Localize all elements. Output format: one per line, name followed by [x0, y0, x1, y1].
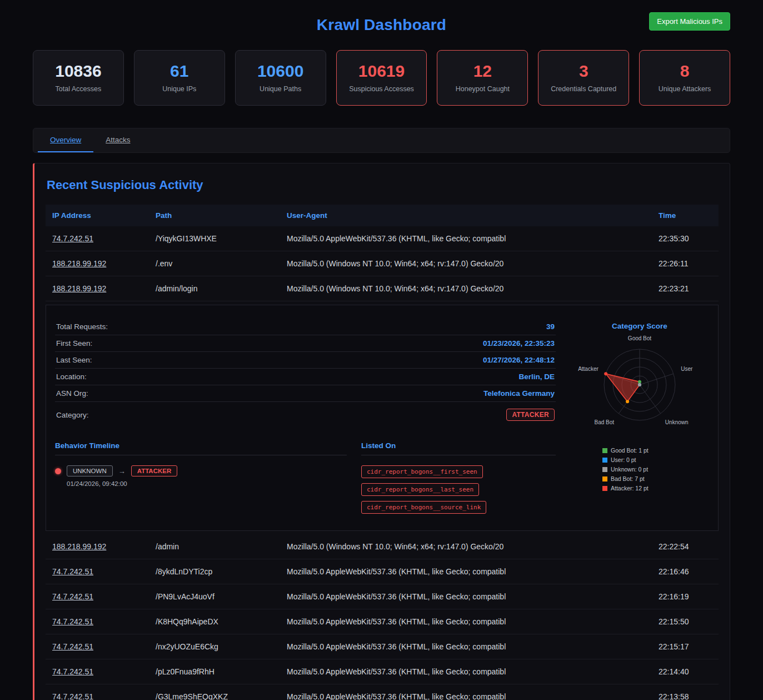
col-header-ip: IP Address	[46, 205, 149, 226]
listed-on-heading: Listed On	[361, 441, 556, 455]
legend-swatch	[602, 458, 607, 463]
ip-detail-panel: Total Requests:39First Seen:01/23/2026, …	[46, 305, 719, 531]
time-cell: 22:22:54	[652, 534, 719, 559]
legend-swatch	[602, 467, 607, 472]
col-header-user-agent: User-Agent	[280, 205, 652, 226]
stat-card: 8Unique Attackers	[639, 50, 730, 106]
legend-item: User: 0 pt	[602, 456, 709, 463]
user-agent-cell: Mozilla/5.0 AppleWebKit/537.36 (KHTML, l…	[280, 559, 652, 584]
ip-link[interactable]: 188.218.99.192	[52, 284, 106, 293]
radar-axis-label: Attacker	[578, 366, 599, 372]
ip-link[interactable]: 74.7.242.51	[52, 567, 93, 576]
field-label: First Seen:	[56, 339, 92, 347]
legend-label: Attacker: 12 pt	[611, 485, 649, 492]
user-agent-cell: Mozilla/5.0 (Windows NT 10.0; Win64; x64…	[280, 276, 652, 301]
table-row[interactable]: 188.218.99.192/adminMozilla/5.0 (Windows…	[46, 534, 719, 559]
field-label: Total Requests:	[56, 322, 108, 331]
tab-overview[interactable]: Overview	[38, 128, 93, 152]
header: Krawl Dashboard Export Malicious IPs	[33, 0, 730, 50]
path-cell: /K8HQq9hAipeDX	[149, 609, 280, 634]
krawl-dashboard-page: Krawl Dashboard Export Malicious IPs 108…	[0, 0, 763, 700]
listed-on-badge[interactable]: cidr_report_bogons__last_seen	[361, 483, 479, 496]
stat-card: 61Unique IPs	[134, 50, 225, 106]
radar-chart-title: Category Score	[570, 322, 709, 330]
tab-overview-label: Overview	[50, 136, 81, 144]
stat-label: Credentials Captured	[543, 85, 624, 93]
detail-sub-columns: Behavior Timeline UNKNOWN → ATTACKER 01/…	[55, 441, 556, 514]
path-cell: /pLz0Fnua9fRhH	[149, 659, 280, 684]
table-row[interactable]: 74.7.242.51/PN9LvAcJ4uoVfMozilla/5.0 App…	[46, 584, 719, 609]
category-status-badge: ATTACKER	[506, 409, 555, 421]
time-cell: 22:26:11	[652, 251, 719, 276]
path-cell: /G3Lme9ShEQgXKZ	[149, 684, 280, 700]
table-row[interactable]: 74.7.242.51/G3Lme9ShEQgXKZMozilla/5.0 Ap…	[46, 684, 719, 700]
time-cell: 22:15:50	[652, 609, 719, 634]
ip-cell: 74.7.242.51	[46, 559, 149, 584]
legend-label: Bad Bot: 7 pt	[611, 475, 645, 482]
stat-card: 10836Total Accesses	[33, 50, 124, 106]
tab-attacks[interactable]: Attacks	[93, 128, 142, 152]
table-header-row: IP Address Path User-Agent Time	[46, 205, 719, 226]
table-row[interactable]: 74.7.242.51/nx2yUOZuE6CkgMozilla/5.0 App…	[46, 634, 719, 659]
field-label: Location:	[56, 373, 87, 381]
category-label: Category:	[56, 411, 89, 419]
radar-axis-label: Bad Bot	[595, 419, 615, 425]
behavior-timeline-section: Behavior Timeline UNKNOWN → ATTACKER 01/…	[55, 441, 347, 514]
ip-link[interactable]: 74.7.242.51	[52, 692, 93, 700]
ip-link[interactable]: 74.7.242.51	[52, 592, 93, 601]
field-label: Last Seen:	[56, 356, 92, 364]
ip-link[interactable]: 74.7.242.51	[52, 234, 93, 243]
stat-value: 3	[543, 62, 624, 81]
table-row[interactable]: 74.7.242.51/pLz0Fnua9fRhHMozilla/5.0 App…	[46, 659, 719, 684]
stat-value: 8	[644, 62, 725, 81]
time-cell: 22:13:58	[652, 684, 719, 700]
detail-field-row: Last Seen:01/27/2026, 22:48:12	[55, 352, 556, 369]
listed-on-badge[interactable]: cidr_report_bogons__first_seen	[361, 465, 483, 478]
col-header-time: Time	[652, 205, 719, 226]
rows-after: 188.218.99.192/adminMozilla/5.0 (Windows…	[46, 534, 719, 700]
behavior-timeline-heading: Behavior Timeline	[55, 441, 347, 455]
table-row[interactable]: 74.7.242.51/8ykdLnDYTi2cpMozilla/5.0 App…	[46, 559, 719, 584]
legend-swatch	[602, 476, 607, 481]
legend-swatch	[602, 486, 607, 491]
panel-title: Recent Suspicious Activity	[47, 178, 719, 192]
stat-label: Total Accesses	[38, 85, 119, 93]
tab-attacks-label: Attacks	[106, 136, 130, 144]
stat-value: 12	[442, 62, 523, 81]
time-cell: 22:16:19	[652, 584, 719, 609]
ip-link[interactable]: 188.218.99.192	[52, 542, 106, 551]
radar-axis-label: Good Bot	[628, 335, 651, 341]
table-row[interactable]: 188.218.99.192/.envMozilla/5.0 (Windows …	[46, 251, 719, 276]
ip-link[interactable]: 74.7.242.51	[52, 667, 93, 676]
time-cell: 22:35:30	[652, 226, 719, 251]
timeline-timestamp: 01/24/2026, 09:42:00	[67, 480, 347, 487]
field-value: 01/27/2026, 22:48:12	[483, 356, 555, 364]
stat-label: Unique Paths	[240, 85, 321, 93]
time-cell: 22:23:21	[652, 276, 719, 301]
table-row[interactable]: 74.7.242.51/K8HQq9hAipeDXMozilla/5.0 App…	[46, 609, 719, 634]
suspicious-activity-table: IP Address Path User-Agent Time 74.7.242…	[46, 205, 719, 301]
stat-card: 10619Suspicious Accesses	[336, 50, 427, 106]
user-agent-cell: Mozilla/5.0 (Windows NT 10.0; Win64; x64…	[280, 534, 652, 559]
ip-cell: 74.7.242.51	[46, 584, 149, 609]
ip-link[interactable]: 74.7.242.51	[52, 617, 93, 626]
export-malicious-ips-button[interactable]: Export Malicious IPs	[649, 12, 730, 31]
radar-legend: Good Bot: 1 ptUser: 0 ptUnknown: 0 ptBad…	[602, 447, 709, 492]
path-cell: /admin	[149, 534, 280, 559]
stat-value: 10836	[38, 62, 119, 81]
field-value: Telefonica Germany	[483, 389, 555, 398]
ip-link[interactable]: 188.218.99.192	[52, 259, 106, 268]
table-row[interactable]: 74.7.242.51/YiqykGI13WHXEMozilla/5.0 App…	[46, 226, 719, 251]
path-cell: /.env	[149, 251, 280, 276]
ip-cell: 74.7.242.51	[46, 634, 149, 659]
stats-row: 10836Total Accesses61Unique IPs10600Uniq…	[33, 50, 730, 106]
user-agent-cell: Mozilla/5.0 AppleWebKit/537.36 (KHTML, l…	[280, 634, 652, 659]
legend-item: Good Bot: 1 pt	[602, 447, 709, 454]
table-row[interactable]: 188.218.99.192/admin/loginMozilla/5.0 (W…	[46, 276, 719, 301]
ip-link[interactable]: 74.7.242.51	[52, 642, 93, 651]
path-cell: /nx2yUOZuE6Ckg	[149, 634, 280, 659]
listed-on-badge[interactable]: cidr_report_bogons__source_link	[361, 501, 486, 514]
path-cell: /8ykdLnDYTi2cp	[149, 559, 280, 584]
ip-cell: 74.7.242.51	[46, 226, 149, 251]
timeline-marker-dot-icon	[55, 468, 61, 474]
